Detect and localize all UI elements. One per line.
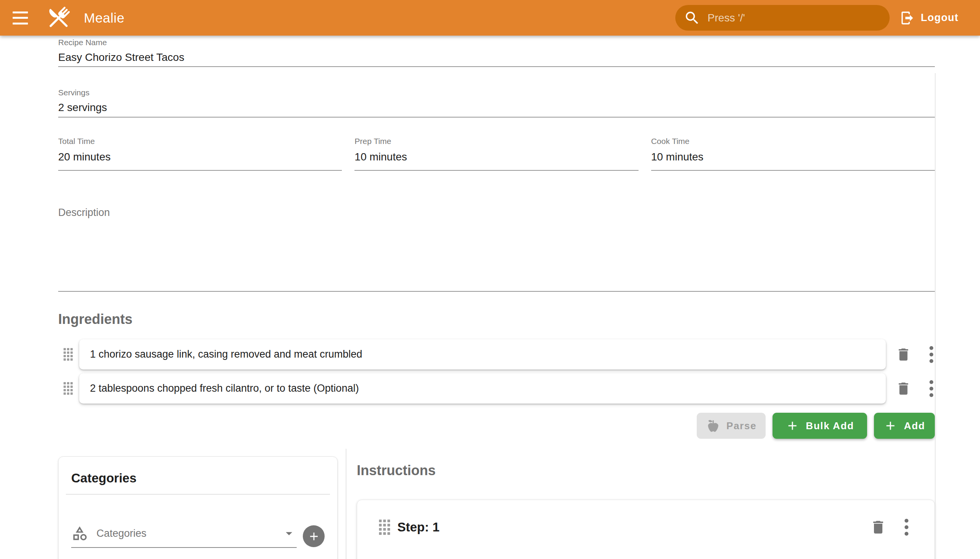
servings-value[interactable]: 2 servings bbox=[58, 100, 935, 114]
categories-select-label: Categories bbox=[96, 528, 147, 539]
bulk-add-label: Bulk Add bbox=[806, 420, 854, 432]
servings-field[interactable]: Servings 2 servings bbox=[58, 88, 935, 117]
trash-icon bbox=[896, 380, 911, 397]
mealie-logo-icon bbox=[45, 3, 72, 33]
instructions-column: Instructions Step: 1 Combine crumble bbox=[347, 449, 935, 559]
step-title: Step: 1 bbox=[397, 518, 440, 536]
cook-time-field[interactable]: Cook Time 10 minutes bbox=[651, 136, 935, 171]
parse-label: Parse bbox=[727, 420, 757, 432]
ingredient-list: 1 chorizo sausage link, casing removed a… bbox=[58, 339, 935, 404]
add-label: Add bbox=[904, 420, 925, 432]
categories-select[interactable]: Categories bbox=[71, 525, 297, 548]
total-time-field[interactable]: Total Time 20 minutes bbox=[58, 136, 342, 171]
trash-icon bbox=[896, 347, 911, 362]
description-label: Description bbox=[58, 206, 935, 219]
ingredient-text: 1 chorizo sausage link, casing removed a… bbox=[90, 349, 362, 360]
total-time-label: Total Time bbox=[58, 136, 342, 146]
recipe-editor: Recipe Name Easy Chorizo Street Tacos Se… bbox=[0, 38, 980, 559]
description-field[interactable]: Description bbox=[58, 206, 935, 292]
servings-label: Servings bbox=[58, 88, 935, 97]
apple-icon bbox=[706, 418, 721, 433]
cook-time-label: Cook Time bbox=[651, 136, 935, 146]
app-bar: Mealie Logout bbox=[0, 0, 980, 36]
add-ingredient-button[interactable]: Add bbox=[874, 413, 935, 439]
drag-handle-icon[interactable] bbox=[379, 519, 390, 535]
categories-select-row: Categories bbox=[71, 525, 325, 548]
categories-column: Categories Categories bbox=[58, 449, 347, 559]
ingredient-row: 1 chorizo sausage link, casing removed a… bbox=[58, 339, 935, 369]
logout-button[interactable]: Logout bbox=[900, 10, 959, 26]
delete-ingredient-button[interactable] bbox=[896, 380, 911, 397]
logout-icon bbox=[900, 10, 915, 26]
ingredient-input[interactable]: 1 chorizo sausage link, casing removed a… bbox=[79, 339, 886, 369]
drag-handle-icon[interactable] bbox=[64, 382, 73, 395]
drag-handle-icon[interactable] bbox=[64, 348, 73, 361]
instructions-heading: Instructions bbox=[357, 462, 935, 480]
logout-label: Logout bbox=[921, 12, 959, 24]
step-menu-icon[interactable] bbox=[905, 519, 909, 536]
bulk-add-button[interactable]: Bulk Add bbox=[772, 413, 867, 439]
prep-time-value[interactable]: 10 minutes bbox=[354, 150, 638, 164]
recipe-name-label: Recipe Name bbox=[58, 38, 935, 47]
prep-time-label: Prep Time bbox=[354, 136, 638, 146]
ingredients-heading: Ingredients bbox=[58, 311, 935, 328]
total-time-value[interactable]: 20 minutes bbox=[58, 150, 342, 164]
ingredient-menu-icon[interactable] bbox=[929, 380, 933, 397]
step-card: Step: 1 Combine crumbled chorizo and chi… bbox=[357, 499, 935, 559]
chevron-down-icon[interactable] bbox=[281, 526, 297, 541]
divider bbox=[66, 494, 330, 495]
search-icon bbox=[684, 10, 701, 26]
plus-icon bbox=[785, 419, 799, 433]
prep-time-field[interactable]: Prep Time 10 minutes bbox=[354, 136, 638, 171]
content-right-border bbox=[935, 73, 935, 559]
plus-icon bbox=[307, 530, 321, 543]
add-category-button[interactable] bbox=[303, 525, 325, 547]
delete-ingredient-button[interactable] bbox=[896, 347, 911, 362]
ingredient-actions: Parse Bulk Add Add bbox=[58, 413, 935, 439]
ingredient-menu-icon[interactable] bbox=[929, 346, 933, 363]
lower-columns: Categories Categories bbox=[58, 449, 935, 559]
search-bar[interactable] bbox=[675, 5, 890, 31]
ingredient-row: 2 tablespoons chopped fresh cilantro, or… bbox=[58, 373, 935, 404]
times-row: Total Time 20 minutes Prep Time 10 minut… bbox=[58, 136, 935, 171]
categories-card: Categories Categories bbox=[58, 456, 338, 559]
shapes-icon bbox=[71, 525, 88, 542]
ingredient-input[interactable]: 2 tablespoons chopped fresh cilantro, or… bbox=[79, 373, 886, 404]
categories-card-title: Categories bbox=[71, 470, 325, 487]
trash-icon bbox=[870, 519, 887, 536]
plus-icon bbox=[884, 419, 897, 433]
step-header: Step: 1 bbox=[379, 518, 910, 536]
cook-time-value[interactable]: 10 minutes bbox=[651, 150, 935, 164]
search-input[interactable] bbox=[707, 12, 882, 25]
menu-icon[interactable] bbox=[13, 12, 28, 25]
parse-button[interactable]: Parse bbox=[697, 413, 766, 439]
app-title: Mealie bbox=[84, 10, 124, 26]
recipe-name-value[interactable]: Easy Chorizo Street Tacos bbox=[58, 50, 935, 64]
recipe-name-field[interactable]: Recipe Name Easy Chorizo Street Tacos bbox=[58, 38, 935, 67]
ingredient-text: 2 tablespoons chopped fresh cilantro, or… bbox=[90, 382, 359, 394]
delete-step-button[interactable] bbox=[870, 519, 887, 536]
